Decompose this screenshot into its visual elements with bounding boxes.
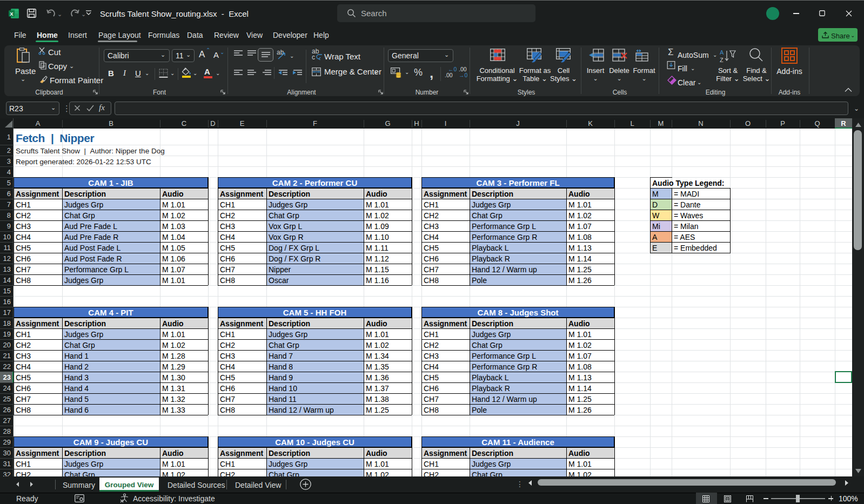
- svg-text:Z: Z: [720, 57, 724, 63]
- svg-text:X: X: [10, 11, 14, 17]
- svg-text:A: A: [720, 49, 724, 56]
